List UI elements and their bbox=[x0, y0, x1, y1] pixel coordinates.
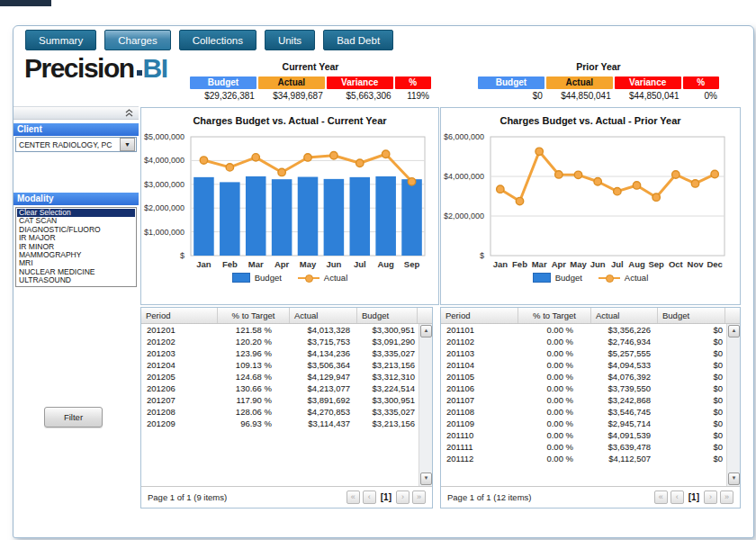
client-section-header: Client bbox=[14, 123, 139, 136]
table-row[interactable]: 2011090.00 %$2,945,714$0 bbox=[441, 418, 740, 429]
pager-next-button[interactable]: › bbox=[396, 490, 410, 504]
cell-period: 201204 bbox=[141, 359, 218, 371]
column-header-budget[interactable]: Budget bbox=[357, 308, 418, 323]
table-row[interactable]: 201204109.13 %$3,506,364$3,213,156 bbox=[141, 359, 432, 371]
pager-first-button[interactable]: « bbox=[346, 490, 360, 504]
collapse-up-icon[interactable] bbox=[125, 109, 133, 117]
scroll-down-button[interactable]: ▼ bbox=[728, 472, 740, 485]
modality-item-mammography[interactable]: MAMMOGRAPHY bbox=[17, 251, 135, 259]
cell-to-target: 128.06 % bbox=[218, 406, 290, 418]
budget-bars bbox=[194, 176, 422, 256]
pager-prev-button[interactable]: ‹ bbox=[363, 490, 376, 504]
pager-prev-button[interactable]: ‹ bbox=[670, 490, 684, 504]
legend-item-actual: Actual bbox=[298, 273, 347, 283]
table-row[interactable]: 20120996.93 %$3,114,437$3,213,156 bbox=[141, 418, 432, 429]
pagination-status: Page 1 of 1 (12 items) bbox=[447, 492, 654, 502]
actual-point bbox=[633, 182, 640, 189]
column-header-budget[interactable]: Budget bbox=[658, 308, 725, 323]
tab-units[interactable]: Units bbox=[265, 30, 315, 50]
column-header-period[interactable]: Period bbox=[441, 308, 518, 323]
kpi-header-actual: Actual bbox=[546, 76, 613, 89]
logo: PrecisionBI bbox=[24, 53, 167, 84]
tab-collections[interactable]: Collections bbox=[179, 30, 256, 50]
cell-to-target: 0.00 % bbox=[518, 347, 591, 359]
pagination-status: Page 1 of 1 (9 items) bbox=[148, 492, 346, 502]
kpi-value-actual: $44,850,041 bbox=[546, 91, 613, 101]
table-row[interactable]: 2011040.00 %$4,094,533$0 bbox=[441, 359, 740, 371]
column-header-to-target[interactable]: % to Target bbox=[518, 308, 591, 323]
client-dropdown[interactable]: CENTER RADIOLOGY, PC ▼ bbox=[15, 137, 137, 152]
actual-point bbox=[200, 157, 207, 164]
tab-bad-debt[interactable]: Bad Debt bbox=[323, 30, 393, 50]
x-axis-tick-label: Mar bbox=[532, 259, 547, 269]
pager-first-button[interactable]: « bbox=[654, 490, 668, 504]
cell-actual: $3,506,364 bbox=[290, 359, 357, 371]
table-row[interactable]: 2011020.00 %$2,746,934$0 bbox=[441, 336, 740, 347]
cell-actual: $4,112,507 bbox=[591, 453, 658, 464]
cell-budget: $0 bbox=[658, 394, 725, 406]
table-row[interactable]: 201202120.20 %$3,715,753$3,091,290 bbox=[141, 336, 432, 347]
table-row[interactable]: 201207117.90 %$3,891,692$3,300,951 bbox=[141, 394, 432, 406]
actual-point bbox=[516, 197, 523, 204]
table-row[interactable]: 201203123.96 %$4,134,236$3,335,027 bbox=[141, 347, 432, 359]
table-row[interactable]: 2011120.00 %$4,112,507$0 bbox=[441, 453, 740, 464]
cell-to-target: 0.00 % bbox=[518, 382, 591, 394]
table-row[interactable]: 201201121.58 %$4,013,328$3,300,951 bbox=[141, 324, 432, 336]
table-row[interactable]: 201206130.66 %$4,213,077$3,224,514 bbox=[141, 382, 432, 394]
actual-point bbox=[652, 194, 660, 201]
cell-budget: $0 bbox=[658, 347, 725, 359]
cell-period: 201104 bbox=[441, 359, 518, 371]
column-header-actual[interactable]: Actual bbox=[290, 308, 357, 323]
table-row[interactable]: 2011050.00 %$4,076,392$0 bbox=[441, 371, 740, 382]
column-header-to-target[interactable]: % to Target bbox=[218, 308, 290, 323]
y-axis-tick-label: $1,000,000 bbox=[144, 228, 184, 237]
table-row[interactable]: 2011110.00 %$3,639,478$0 bbox=[441, 441, 740, 453]
y-axis-tick-label: $3,000,000 bbox=[144, 180, 184, 189]
cell-to-target: 123.96 % bbox=[218, 347, 290, 359]
scroll-up-button[interactable]: ▲ bbox=[728, 325, 740, 338]
cell-to-target: 124.68 % bbox=[218, 371, 290, 382]
table-row[interactable]: 2011070.00 %$3,242,868$0 bbox=[441, 394, 740, 406]
y-axis-tick-label: $4,000,000 bbox=[144, 156, 184, 165]
dropdown-arrow-icon[interactable]: ▼ bbox=[120, 138, 135, 151]
table-row[interactable]: 2011080.00 %$3,546,745$0 bbox=[441, 406, 740, 418]
table-row[interactable]: 2011100.00 %$4,091,539$0 bbox=[441, 429, 740, 441]
cell-to-target: 0.00 % bbox=[518, 359, 591, 371]
pager-last-button[interactable]: » bbox=[412, 490, 426, 504]
table-row[interactable]: 201208128.06 %$4,270,853$3,335,027 bbox=[141, 406, 432, 418]
column-header-period[interactable]: Period bbox=[141, 308, 218, 323]
tab-summary[interactable]: Summary bbox=[25, 30, 96, 50]
table-current-year-panel: Period% to TargetActualBudget201201121.5… bbox=[140, 307, 433, 508]
vertical-scrollbar[interactable]: ▲▼ bbox=[418, 324, 432, 486]
sidebar-collapse-bar[interactable] bbox=[14, 106, 139, 120]
vertical-scrollbar[interactable]: ▲▼ bbox=[726, 324, 740, 486]
column-header-actual[interactable]: Actual bbox=[591, 308, 658, 323]
kpi-header-budget: Budget bbox=[478, 76, 544, 89]
cell-to-target: 0.00 % bbox=[518, 441, 591, 453]
table-row[interactable]: 2011060.00 %$3,739,550$0 bbox=[441, 382, 740, 394]
cell-budget: $3,335,027 bbox=[357, 347, 418, 359]
cell-budget: $3,091,290 bbox=[357, 336, 418, 347]
scroll-down-button[interactable]: ▼ bbox=[420, 472, 432, 485]
tab-bar: SummaryChargesCollectionsUnitsBad Debt bbox=[25, 30, 393, 50]
pager-last-button[interactable]: » bbox=[720, 490, 734, 504]
pager-next-button[interactable]: › bbox=[704, 490, 717, 504]
table-header-row: Period% to TargetActualBudget bbox=[441, 308, 740, 324]
actual-point bbox=[711, 170, 718, 177]
modality-item-ultrasound[interactable]: ULTRASOUND bbox=[17, 276, 135, 284]
table-row[interactable]: 201205124.68 %$4,129,947$3,312,310 bbox=[141, 371, 432, 382]
scroll-up-button[interactable]: ▲ bbox=[420, 325, 432, 338]
cell-actual: $3,639,478 bbox=[591, 441, 658, 453]
x-axis-tick-label: Apr bbox=[552, 259, 567, 269]
client-dropdown-value: CENTER RADIOLOGY, PC bbox=[16, 140, 120, 149]
filter-button[interactable]: Filter bbox=[44, 407, 103, 428]
actual-point bbox=[555, 171, 562, 178]
table-row[interactable]: 2011030.00 %$5,257,555$0 bbox=[441, 347, 740, 359]
tab-charges[interactable]: Charges bbox=[104, 30, 170, 50]
legend-label: Actual bbox=[324, 273, 347, 283]
cell-to-target: 0.00 % bbox=[518, 336, 591, 347]
cell-budget: $3,312,310 bbox=[357, 371, 418, 382]
legend-item-actual: Actual bbox=[598, 273, 648, 283]
cell-budget: $0 bbox=[658, 382, 725, 394]
table-row[interactable]: 2011010.00 %$3,356,226$0 bbox=[441, 324, 740, 336]
